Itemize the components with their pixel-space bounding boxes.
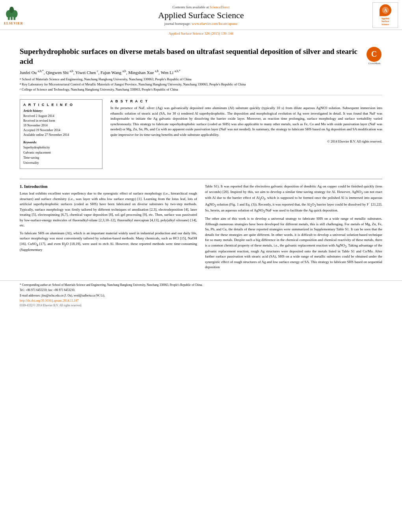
crossmark-label: CrossMark: [367, 62, 382, 65]
affil-text-a: School of Materials Science and Engineer…: [22, 77, 192, 82]
elsevier-logo-area: ELSEVIER: [4, 5, 35, 25]
body-section: 1. Introduction Lotus leaf exhibits exce…: [20, 179, 382, 272]
journal-ref-line: Applied Surface Science 326 (2015) 139–1…: [0, 30, 402, 37]
header-top: ELSEVIER Contents lists available at Sci…: [0, 0, 402, 30]
abstract-copyright: © 2014 Elsevier B.V. All rights reserved…: [110, 139, 382, 143]
article-title: Superhydrophobic surfaces on diverse met…: [20, 47, 367, 66]
affil-sup-b: b: [20, 82, 21, 86]
left-col-article-info: A R T I C L E I N F O Article history: R…: [20, 99, 102, 173]
contents-line: Contents lists available at ScienceDirec…: [35, 5, 367, 9]
doi-link[interactable]: http://dx.doi.org/10.1016/j.apsusc.2014.…: [20, 299, 79, 302]
article-info-abstract-section: A R T I C L E I N F O Article history: R…: [20, 99, 382, 173]
affil-line-c: c College of Science and Technology, Nan…: [20, 87, 382, 92]
crossmark-icon: C: [367, 47, 382, 62]
homepage-label: journal homepage:: [164, 22, 191, 26]
journal-title: Applied Surface Science: [35, 10, 367, 20]
journal-logo-right: A Applied Surface Science: [367, 2, 398, 28]
history-online: Available online 27 November 2014: [23, 133, 99, 137]
journal-homepage-link[interactable]: www.elsevier.com/locate/apsusc: [192, 22, 238, 26]
keyword-timesaving: Time-saving: [23, 156, 99, 161]
logo-title: Applied Surface Science: [381, 17, 389, 26]
content-area: Superhydrophobic surfaces on diverse met…: [0, 37, 402, 276]
page: ELSEVIER Contents lists available at Sci…: [0, 0, 402, 532]
keywords-title: Keywords:: [23, 141, 99, 144]
body-para-3: Table S1). It was reported that the elec…: [205, 184, 382, 214]
abstract-text: In the presence of NaF, silver (Ag) was …: [110, 106, 382, 137]
footer-area: * Corresponding author at: School of Mat…: [0, 280, 402, 310]
affiliations: a School of Materials Science and Engine…: [20, 77, 382, 95]
article-info-title: A R T I C L E I N F O: [23, 103, 99, 107]
affil-line-b: b Key Laboratory for Microstructural Con…: [20, 82, 382, 87]
elsevier-label: ELSEVIER: [4, 22, 23, 25]
keyword-galvanic: Galvanic replacement: [23, 150, 99, 156]
logo-line2: Surface: [382, 20, 389, 22]
body-para-1: Lotus leaf exhibits excellent water repe…: [20, 191, 197, 228]
crossmark-svg: C: [367, 47, 381, 61]
keyword-universality: Universality: [23, 161, 99, 166]
body-left-col: 1. Introduction Lotus leaf exhibits exce…: [20, 184, 197, 272]
journal-logo-svg: A: [382, 6, 389, 14]
journal-logo-icon: A: [380, 4, 391, 16]
keywords-section: Keywords: Superhydrophobicity Galvanic r…: [23, 141, 99, 165]
body-para-4: The other aim of this work is to develop…: [205, 216, 382, 270]
crossmark-badge[interactable]: C CrossMark: [367, 47, 382, 63]
history-accepted: Accepted 19 November 2014: [23, 128, 99, 133]
affil-line-a: a School of Materials Science and Engine…: [20, 77, 382, 82]
keyword-superhydrophobicity: Superhydrophobicity: [23, 145, 99, 150]
journal-header-center: Contents lists available at ScienceDirec…: [35, 5, 367, 26]
journal-ref-link[interactable]: Applied Surface Science 326 (2015) 139–1…: [169, 32, 234, 35]
footnote-star: * Corresponding author at: School of Mat…: [20, 283, 382, 287]
abstract-title: A B S T R A C T: [110, 99, 382, 103]
svg-point-6: [9, 7, 14, 13]
article-info-box: A R T I C L E I N F O Article history: R…: [20, 99, 102, 169]
body-right-text: Table S1). It was reported that the elec…: [205, 184, 382, 270]
footnote-email: E-mail addresses: jfou@nchu.edu.cn (J. O…: [20, 294, 382, 298]
journal-homepage-line: journal homepage: www.elsevier.com/locat…: [35, 22, 367, 26]
affil-sup-a: a: [20, 77, 21, 81]
elsevier-tree-icon: [4, 5, 26, 21]
sciencedirect-link[interactable]: ScienceDirect: [210, 5, 229, 9]
body-right-col: Table S1). It was reported that the elec…: [205, 184, 382, 272]
affil-text-b: Key Laboratory for Microstructural Contr…: [22, 82, 246, 87]
footer-copyright: 0169-4332/© 2014 Elsevier B.V. All right…: [20, 304, 382, 307]
elsevier-logo: ELSEVIER: [4, 5, 35, 25]
logo-line3: Science: [382, 23, 389, 26]
svg-text:A: A: [383, 7, 387, 13]
journal-logo-box: A Applied Surface Science: [372, 2, 398, 28]
svg-rect-1: [11, 16, 13, 20]
footer-doi[interactable]: http://dx.doi.org/10.1016/j.apsusc.2014.…: [20, 299, 382, 302]
history-received: Received 2 August 2014: [23, 114, 99, 119]
section1-heading: 1. Introduction: [20, 184, 197, 189]
right-col-abstract: A B S T R A C T In the presence of NaF, …: [110, 99, 382, 173]
article-history-label: Article history:: [23, 109, 99, 113]
footnote-tel: Tel.: +86 971 6453210; fax: +86 971 6453…: [20, 288, 382, 293]
body-left-text: Lotus leaf exhibits excellent water repe…: [20, 191, 197, 252]
history-revised: Received in revised form18 November 2014: [23, 119, 99, 128]
affil-text-c: College of Science and Technology, Nanch…: [22, 87, 178, 92]
body-para-2: To fabricate SHS on aluminum (Al), which…: [20, 231, 197, 253]
svg-text:C: C: [371, 50, 377, 58]
logo-line1: Applied: [381, 17, 389, 20]
article-title-section: Superhydrophobic surfaces on diverse met…: [20, 47, 382, 66]
authors-line: Junfei Ou a,b,*, Qingwen Shi a,b, Yiwei …: [20, 69, 382, 75]
contents-text: Contents lists available at: [173, 5, 209, 9]
affil-sup-c: c: [20, 87, 21, 91]
